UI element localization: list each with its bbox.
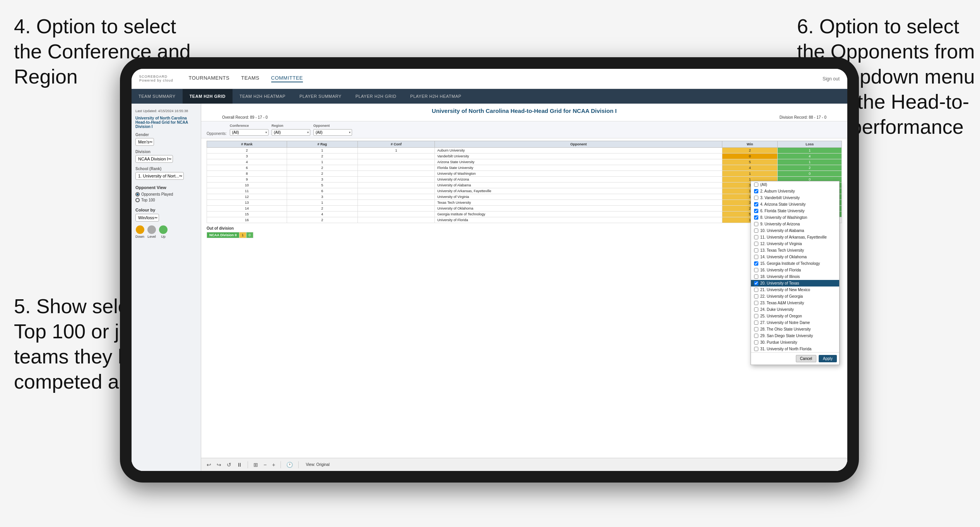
cell-conf	[357, 171, 435, 177]
crop-button[interactable]: ⊞	[252, 461, 260, 469]
dropdown-item[interactable]: 27. University of Notre Dame	[751, 319, 839, 326]
nav-player-h2h-grid[interactable]: PLAYER H2H GRID	[349, 89, 404, 104]
pause-button[interactable]: ⏸	[235, 461, 244, 469]
dropdown-checkbox[interactable]	[754, 327, 758, 331]
nav-player-h2h-heatmap[interactable]: PLAYER H2H HEATMAP	[403, 89, 468, 104]
dropdown-item[interactable]: 30. Purdue University	[751, 339, 839, 346]
dropdown-checkbox[interactable]	[754, 261, 758, 266]
minus-button[interactable]: −	[262, 461, 268, 469]
refresh-button[interactable]: ↺	[225, 461, 233, 469]
nav-team-h2h-grid[interactable]: TEAM H2H GRID	[183, 89, 233, 104]
nav-teams[interactable]: TEAMS	[241, 75, 259, 82]
dropdown-item[interactable]: 4. Arizona State University	[751, 201, 839, 208]
dropdown-checkbox[interactable]	[754, 235, 758, 239]
dropdown-checkbox[interactable]	[754, 314, 758, 318]
legend-up: Up	[159, 225, 168, 239]
gender-select[interactable]: Men's	[135, 138, 154, 146]
dropdown-item[interactable]: 9. University of Arizona	[751, 221, 839, 227]
dropdown-item[interactable]: 14. University of Oklahoma	[751, 254, 839, 260]
dropdown-item[interactable]: 8. University of Washington	[751, 214, 839, 221]
opponent-dropdown[interactable]: (All)2. Auburn University3. Vanderbilt U…	[751, 181, 840, 365]
dropdown-checkbox[interactable]	[754, 248, 758, 252]
dropdown-checkbox[interactable]	[754, 334, 758, 338]
region-select[interactable]: (All)	[272, 129, 310, 136]
nav-tournaments[interactable]: TOURNAMENTS	[189, 75, 230, 82]
tablet: 5COREBOARD Powered by cloud TOURNAMENTS …	[120, 57, 859, 483]
conference-select[interactable]: (All)	[230, 129, 269, 136]
cancel-button[interactable]: Cancel	[796, 355, 816, 362]
dropdown-checkbox[interactable]	[754, 242, 758, 246]
apply-button[interactable]: Apply	[819, 355, 837, 362]
dropdown-item[interactable]: 23. Texas A&M University	[751, 300, 839, 306]
dropdown-item[interactable]: 25. University of Oregon	[751, 313, 839, 319]
dropdown-item[interactable]: 10. University of Alabama	[751, 227, 839, 234]
table-row: 15 4 Georgia Institute of Technology 5 1	[207, 211, 842, 217]
dropdown-checkbox[interactable]	[754, 268, 758, 272]
dropdown-item[interactable]: 18. University of Illinois	[751, 273, 839, 280]
dropdown-checkbox[interactable]	[754, 347, 758, 351]
clock-button[interactable]: 🕐	[285, 461, 294, 469]
cell-win: 0	[722, 153, 778, 159]
opponents-label: Opponents:	[207, 131, 227, 136]
panel-title: University of North Carolina Head-to-Hea…	[207, 107, 842, 114]
dropdown-item[interactable]: 20. University of Texas	[751, 280, 839, 287]
nav-player-summary[interactable]: PLAYER SUMMARY	[292, 89, 349, 104]
table-row: 12 3 University of Virginia 1 0	[207, 194, 842, 200]
dropdown-checkbox[interactable]	[754, 321, 758, 325]
dropdown-checkbox[interactable]	[754, 229, 758, 233]
dropdown-checkbox[interactable]	[754, 222, 758, 226]
nav-team-summary[interactable]: TEAM SUMMARY	[132, 89, 183, 104]
dropdown-item[interactable]: 28. The Ohio State University	[751, 326, 839, 333]
dropdown-item[interactable]: 22. University of Georgia	[751, 293, 839, 300]
top-nav: 5COREBOARD Powered by cloud TOURNAMENTS …	[132, 69, 847, 89]
nav-team-h2h-heatmap[interactable]: TEAM H2H HEATMAP	[233, 89, 292, 104]
opponent-filter: Opponent (All)	[313, 124, 352, 136]
dropdown-item[interactable]: 3. Vanderbilt University	[751, 194, 839, 201]
dropdown-checkbox[interactable]	[754, 202, 758, 206]
dropdown-checkbox[interactable]	[754, 215, 758, 220]
dropdown-checkbox[interactable]	[754, 189, 758, 193]
table-row: 2 1 1 Auburn University 2 1	[207, 148, 842, 153]
toolbar-sep-3	[298, 461, 299, 468]
plus-button[interactable]: +	[270, 461, 277, 469]
dropdown-list: (All)2. Auburn University3. Vanderbilt U…	[751, 181, 839, 352]
dropdown-item[interactable]: 16. University of Florida	[751, 267, 839, 273]
dropdown-item[interactable]: 21. University of New Mexico	[751, 287, 839, 293]
dropdown-checkbox[interactable]	[754, 288, 758, 292]
cell-rank: 4	[207, 159, 287, 165]
redo-button[interactable]: ↪	[215, 461, 223, 469]
undo-button[interactable]: ↩	[205, 461, 213, 469]
dropdown-item[interactable]: 31. University of North Florida	[751, 346, 839, 352]
opponent-select[interactable]: (All)	[313, 129, 352, 136]
dropdown-checkbox[interactable]	[754, 340, 758, 345]
cell-conf	[357, 217, 435, 223]
division-select[interactable]: NCAA Division I	[135, 155, 173, 163]
dropdown-item[interactable]: 12. University of Virginia	[751, 240, 839, 247]
cell-rag: 3	[287, 194, 358, 200]
school-select[interactable]: 1. University of Nort...	[135, 172, 184, 180]
dropdown-checkbox[interactable]	[754, 307, 758, 312]
dropdown-item[interactable]: 11. University of Arkansas, Fayetteville	[751, 234, 839, 240]
colour-select[interactable]: Win/loss	[135, 214, 159, 222]
radio-opponents-played[interactable]: Opponents Played	[135, 192, 197, 196]
dropdown-checkbox[interactable]	[754, 196, 758, 200]
dropdown-checkbox[interactable]	[754, 294, 758, 298]
dropdown-checkbox[interactable]	[754, 275, 758, 279]
dropdown-item[interactable]: 13. Texas Tech University	[751, 247, 839, 254]
dropdown-item[interactable]: (All)	[751, 181, 839, 188]
dropdown-checkbox[interactable]	[754, 301, 758, 305]
dropdown-checkbox[interactable]	[754, 281, 758, 285]
radio-top100[interactable]: Top 100	[135, 198, 197, 202]
dropdown-item[interactable]: 24. Duke University	[751, 306, 839, 313]
cell-rag: 2	[287, 206, 358, 211]
dropdown-checkbox[interactable]	[754, 255, 758, 259]
dropdown-checkbox[interactable]	[754, 182, 758, 187]
dropdown-item[interactable]: 2. Auburn University	[751, 188, 839, 194]
sign-out[interactable]: Sign out	[823, 76, 840, 82]
toolbar: ↩ ↪ ↺ ⏸ ⊞ − + 🕐 View: Original	[201, 458, 847, 471]
dropdown-item[interactable]: 29. San Diego State University	[751, 333, 839, 339]
dropdown-checkbox[interactable]	[754, 209, 758, 213]
dropdown-item[interactable]: 6. Florida State University	[751, 208, 839, 214]
dropdown-item[interactable]: 15. Georgia Institute of Technology	[751, 260, 839, 267]
nav-committee[interactable]: COMMITTEE	[271, 75, 303, 82]
